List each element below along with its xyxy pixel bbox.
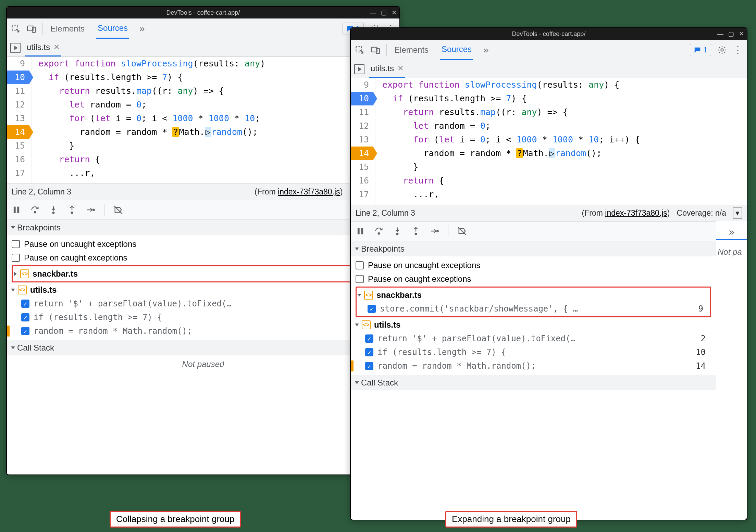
source-map-from: (From index-73f73a80.js) (255, 187, 343, 197)
checkbox-unchecked[interactable] (12, 254, 20, 262)
minimize-button[interactable]: — (717, 30, 723, 38)
pause-uncaught-row[interactable]: Pause on uncaught exceptions (356, 258, 711, 272)
file-tab-utils[interactable]: utils.ts ✕ (369, 60, 405, 78)
breakpoint-group-utils[interactable]: <> utils.ts (356, 318, 711, 332)
chevron-down-icon (11, 346, 15, 349)
callstack-header[interactable]: Call Stack (351, 375, 716, 390)
checkbox-checked[interactable]: ✓ (21, 313, 29, 321)
main-toolbar: Elements Sources » 1 ⋮ (7, 18, 399, 39)
checkbox-checked[interactable]: ✓ (365, 348, 373, 356)
breakpoint-item[interactable]: ✓ store.commit('snackbar/showMessage', {… (358, 302, 709, 316)
checkbox-checked[interactable]: ✓ (365, 334, 373, 343)
navigator-icon[interactable] (354, 64, 364, 74)
tab-sources[interactable]: Sources (440, 40, 473, 60)
ts-file-icon: <> (18, 286, 27, 294)
window-controls: — ▢ ✕ (370, 7, 397, 18)
breakpoints-header[interactable]: Breakpoints (351, 241, 716, 256)
inspect-icon[interactable] (355, 45, 364, 55)
checkbox-checked[interactable]: ✓ (21, 327, 29, 335)
device-icon[interactable] (371, 45, 380, 55)
checkbox-checked[interactable]: ✓ (21, 300, 29, 308)
checkbox-unchecked[interactable] (356, 261, 364, 269)
step-icon[interactable] (430, 226, 439, 236)
gear-icon[interactable] (717, 45, 727, 55)
svg-rect-14 (358, 228, 360, 235)
inspect-icon[interactable] (11, 24, 21, 34)
breakpoint-item[interactable]: ✓ random = random * Math.random(); 14 (356, 359, 711, 373)
breakpoint-item[interactable]: ✓ return '$' + parseFloat(value).toFixed… (12, 297, 395, 311)
checkbox-unchecked[interactable] (356, 275, 364, 283)
close-icon[interactable]: ✕ (53, 43, 60, 52)
breakpoint-item[interactable]: ✓ return '$' + parseFloat(value).toFixed… (356, 332, 711, 345)
caption-left: Collapsing a breakpoint group (110, 511, 241, 528)
step-over-icon[interactable] (30, 205, 40, 215)
maximize-button[interactable]: ▢ (728, 30, 734, 38)
deactivate-breakpoints-icon[interactable] (457, 226, 467, 236)
more-tabs-icon[interactable]: » (139, 23, 145, 34)
titlebar: DevTools - coffee-cart.app/ — ▢ ✕ (7, 7, 399, 18)
cursor-position: Line 2, Column 3 (12, 187, 71, 197)
step-into-icon[interactable] (393, 226, 402, 236)
close-button[interactable]: ✕ (739, 30, 744, 38)
devtools-window-left: DevTools - coffee-cart.app/ — ▢ ✕ Elemen… (6, 6, 400, 475)
ts-file-icon: <> (364, 291, 373, 300)
svg-point-8 (71, 212, 73, 214)
ts-file-icon: <> (20, 269, 29, 278)
close-icon[interactable]: ✕ (397, 64, 404, 73)
window-controls: — ▢ ✕ (717, 28, 744, 40)
issues-badge[interactable]: 1 (690, 44, 711, 56)
step-into-icon[interactable] (49, 205, 58, 215)
pause-icon[interactable] (12, 205, 21, 215)
pause-caught-row[interactable]: Pause on caught exceptions (12, 251, 395, 265)
checkbox-checked[interactable]: ✓ (365, 362, 373, 370)
sourcemap-link[interactable]: index-73f73a80.js (605, 208, 667, 217)
panel-tabs: Elements Sources » (49, 18, 145, 39)
tab-elements[interactable]: Elements (393, 40, 430, 60)
breakpoint-item[interactable]: ✓ if (results.length >= 7) { 10 (356, 345, 711, 359)
debug-toolbar (351, 221, 716, 241)
tab-elements[interactable]: Elements (49, 19, 86, 38)
svg-rect-15 (361, 228, 363, 235)
more-tabs-icon[interactable]: » (483, 45, 489, 55)
code-editor[interactable]: 9 10 11 12 13 14 15 16 17 export functio… (7, 57, 399, 183)
svg-rect-5 (17, 207, 19, 213)
file-tab-utils[interactable]: utils.ts ✕ (25, 39, 61, 56)
device-icon[interactable] (27, 24, 36, 34)
maximize-button[interactable]: ▢ (381, 9, 387, 16)
close-button[interactable]: ✕ (392, 9, 397, 16)
deactivate-breakpoints-icon[interactable] (113, 205, 123, 215)
highlighted-group-collapsed: <> snackbar.ts (12, 265, 395, 282)
step-icon[interactable] (86, 205, 95, 215)
checkbox-unchecked[interactable] (12, 240, 20, 248)
step-over-icon[interactable] (374, 226, 384, 236)
pause-icon[interactable] (356, 226, 365, 236)
message-icon (694, 46, 701, 54)
breakpoint-group-snackbar[interactable]: <> snackbar.ts (358, 288, 709, 302)
step-out-icon[interactable] (67, 205, 77, 215)
coverage-label: Coverage: n/a (677, 208, 726, 218)
pause-caught-row[interactable]: Pause on caught exceptions (356, 272, 711, 286)
breakpoint-item[interactable]: ✓ random = random * Math.random(); 14 (12, 324, 395, 338)
callstack-header[interactable]: Call Stack (7, 340, 399, 355)
breakpoint-group-snackbar[interactable]: <> snackbar.ts (14, 267, 392, 281)
ts-file-icon: <> (362, 320, 371, 329)
callstack-pane: Call Stack (351, 375, 716, 390)
svg-point-16 (378, 233, 380, 235)
code-editor[interactable]: 9 10 11 12 13 14 15 16 17 export functio… (351, 78, 747, 205)
breakpoint-group-utils[interactable]: <> utils.ts (12, 283, 395, 297)
breakpoints-header[interactable]: Breakpoints (7, 220, 399, 235)
collapse-icon[interactable]: ▾ (733, 207, 742, 219)
more-panels-icon[interactable]: » (729, 226, 734, 237)
svg-rect-4 (14, 207, 16, 213)
minimize-button[interactable]: — (370, 9, 376, 16)
navigator-icon[interactable] (10, 43, 21, 53)
kebab-icon[interactable]: ⋮ (733, 44, 743, 55)
sourcemap-link[interactable]: index-73f73a80.js (278, 187, 340, 196)
step-out-icon[interactable] (411, 226, 421, 236)
breakpoint-item[interactable]: ✓ if (results.length >= 7) { 10 (12, 311, 395, 324)
window-title: DevTools - coffee-cart.app/ (166, 9, 240, 16)
tab-sources[interactable]: Sources (96, 18, 129, 39)
pause-uncaught-row[interactable]: Pause on uncaught exceptions (12, 237, 395, 251)
checkbox-checked[interactable]: ✓ (368, 305, 376, 313)
chevron-down-icon (357, 294, 361, 296)
